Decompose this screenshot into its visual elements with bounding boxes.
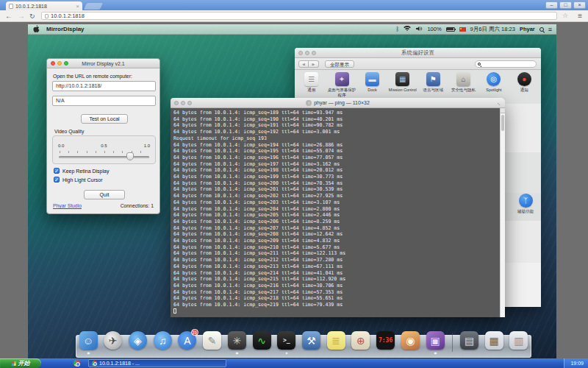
dock-divider <box>452 333 453 352</box>
phyar-studio-link[interactable]: Phyar Studio <box>53 203 82 208</box>
prefs-back-button[interactable]: ◀ <box>298 60 309 68</box>
menubar-clock[interactable]: 9月6日 周六 18:23 <box>470 26 515 33</box>
itunes-icon: ♫ <box>154 331 172 350</box>
user-menu[interactable]: Phyar <box>520 26 535 32</box>
minimize-traffic-light[interactable] <box>57 61 62 66</box>
highlight-cursor-checkbox[interactable]: ✓ High Light Cursor <box>54 177 102 183</box>
dock-led-clock[interactable]: 7:36 <box>376 331 395 352</box>
scrollbar-thumb[interactable] <box>501 115 504 131</box>
minimize-traffic-light[interactable] <box>181 101 185 105</box>
dock-items: ☺✈◈♫A19✎✳∿>_⚒≣⊕7:36◉▣▤▦▥ <box>79 330 528 352</box>
running-indicator <box>236 353 238 355</box>
checkbox-check-icon[interactable]: ✓ <box>54 168 60 174</box>
terminal-line: 64 bytes from 10.0.1.4: icmp_seq=194 ttl… <box>173 142 500 149</box>
tab-close-icon[interactable]: × <box>76 4 79 9</box>
quicklaunch-chrome-icon[interactable] <box>74 360 80 367</box>
dock-stickies[interactable]: ≣ <box>326 331 345 352</box>
tray-clock[interactable]: 19:09 <box>570 361 584 366</box>
browser-titlebar[interactable]: 10.0.1.2:1818 × – □ × <box>0 0 588 10</box>
maps-icon: ⊕ <box>351 331 370 350</box>
connections-count: Connections: 1 <box>121 203 154 208</box>
dock-mirror-display[interactable]: ▣ <box>426 331 445 352</box>
terminal-titlebar[interactable]: ↑ phyar — ping — 110×32 ↔ <box>171 98 505 108</box>
dock-finder[interactable]: ☺ <box>79 331 98 352</box>
browser-menu-icon[interactable]: ≡ <box>578 13 582 19</box>
dock-textedit[interactable]: ✎ <box>203 331 222 352</box>
prefs-forward-button[interactable]: ▶ <box>309 60 319 68</box>
dock-downloads-folder[interactable]: ▦ <box>484 331 503 352</box>
zoom-traffic-light[interactable] <box>312 51 316 55</box>
terminal-line: 64 bytes from 10.0.1.4: icmp_seq=198 ttl… <box>173 167 500 174</box>
quit-button[interactable]: Quit <box>84 190 125 199</box>
input-language-flag-icon[interactable] <box>459 27 466 32</box>
spotlight-icon[interactable] <box>539 27 544 32</box>
dock-iphoto[interactable]: ◉ <box>401 331 420 352</box>
terminal-line: 64 bytes from 10.0.1.4: icmp_seq=192 ttl… <box>173 129 500 135</box>
maximize-button[interactable]: □ <box>559 1 572 9</box>
iphoto-icon: ◉ <box>401 331 420 350</box>
chrome-icon <box>92 361 97 366</box>
new-tab-button[interactable] <box>84 3 103 10</box>
prefs-titlebar[interactable]: 系统偏好设置 <box>295 48 541 58</box>
dock-applications-folder[interactable]: ▤ <box>460 331 479 352</box>
remote-url-field[interactable]: http://10.0.1.2:1818/ <box>52 81 156 91</box>
minimize-button[interactable]: – <box>545 1 558 9</box>
active-app-menu[interactable]: MirrorDisplay <box>46 26 85 32</box>
dock-icon: ▬ <box>365 72 379 86</box>
bookmark-star-icon[interactable]: ☆ <box>562 13 568 19</box>
mirror-titlebar[interactable]: Mirror Display v2.1 <box>47 59 159 68</box>
bluetooth-icon[interactable]: ᛒ <box>396 26 400 32</box>
pref-icon-accessibility[interactable]: ᛉ 辅助功能 <box>513 193 538 214</box>
dock-xcode[interactable]: ⚒ <box>301 331 320 352</box>
close-traffic-light[interactable] <box>174 101 179 105</box>
terminal-line: 64 bytes from 10.0.1.4: icmp_seq=189 ttl… <box>173 110 500 116</box>
dock-system-preferences[interactable]: ✳ <box>227 331 246 352</box>
start-button[interactable]: 开始 <box>0 358 41 368</box>
terminal-line: 64 bytes from 10.0.1.4: icmp_seq=218 ttl… <box>173 295 500 302</box>
forward-icon[interactable]: → <box>18 13 25 20</box>
quality-slider-track[interactable] <box>59 156 149 158</box>
terminal-output[interactable]: 64 bytes from 10.0.1.4: icmp_seq=189 ttl… <box>171 108 500 317</box>
close-button[interactable]: × <box>573 1 586 9</box>
pref-icon-notifications[interactable]: ●通知 <box>509 71 539 104</box>
reload-icon[interactable]: ↻ <box>29 13 35 20</box>
dock-trash[interactable]: ▥ <box>509 331 528 352</box>
show-all-button[interactable]: 全部显示 <box>325 60 354 68</box>
browser-tab[interactable]: 10.0.1.2:1818 × <box>6 1 82 10</box>
zoom-traffic-light[interactable] <box>187 101 192 105</box>
scrollbar-box[interactable] <box>501 108 505 113</box>
dock-safari[interactable]: ◈ <box>128 331 147 352</box>
dock-maps[interactable]: ⊕ <box>351 331 370 352</box>
test-on-local-button[interactable]: Test on Local <box>81 114 128 124</box>
apple-menu-icon[interactable] <box>33 25 40 33</box>
prefs-search-field[interactable] <box>475 60 537 68</box>
quality-slider-thumb[interactable] <box>126 152 134 160</box>
address-bar[interactable]: 10.0.1.2:1818 <box>41 12 557 20</box>
wifi-icon[interactable] <box>404 26 411 33</box>
dock-itunes[interactable]: ♫ <box>153 331 172 352</box>
prefs-traffic-lights <box>298 51 316 55</box>
terminal-scrollbar[interactable] <box>500 108 505 317</box>
terminal-line: 64 bytes from 10.0.1.4: icmp_seq=209 ttl… <box>173 238 500 244</box>
keep-retina-checkbox[interactable]: ✓ Keep Retina Display <box>54 168 109 174</box>
close-traffic-light[interactable] <box>298 51 303 55</box>
battery-icon[interactable] <box>446 27 455 32</box>
terminal-line: 64 bytes from 10.0.1.4: icmp_seq=215 ttl… <box>173 276 500 283</box>
notification-center-icon[interactable]: ≡ <box>548 26 552 33</box>
zoom-traffic-light[interactable] <box>64 61 68 66</box>
checkbox-check-icon[interactable]: ✓ <box>54 177 60 183</box>
close-traffic-light[interactable] <box>51 61 55 66</box>
window-controls: – □ × <box>545 1 586 9</box>
dock-launchpad[interactable]: ✈ <box>104 331 123 352</box>
finder-icon: ☺ <box>79 331 98 350</box>
dock-terminal[interactable]: >_ <box>277 331 296 352</box>
active-task-button[interactable]: 10.0.1.2:1818 - ... <box>88 359 226 367</box>
status-field[interactable]: N/A <box>52 96 156 106</box>
dock-app-store[interactable]: A19 <box>178 331 197 352</box>
back-icon[interactable]: ← <box>5 13 12 20</box>
volume-icon[interactable] <box>415 26 423 33</box>
dock-activity-monitor[interactable]: ∿ <box>252 331 271 352</box>
terminal-line: 64 bytes from 10.0.1.4: icmp_seq=204 ttl… <box>173 206 500 213</box>
general-icon: ☰ <box>304 72 318 86</box>
minimize-traffic-light[interactable] <box>305 51 309 55</box>
